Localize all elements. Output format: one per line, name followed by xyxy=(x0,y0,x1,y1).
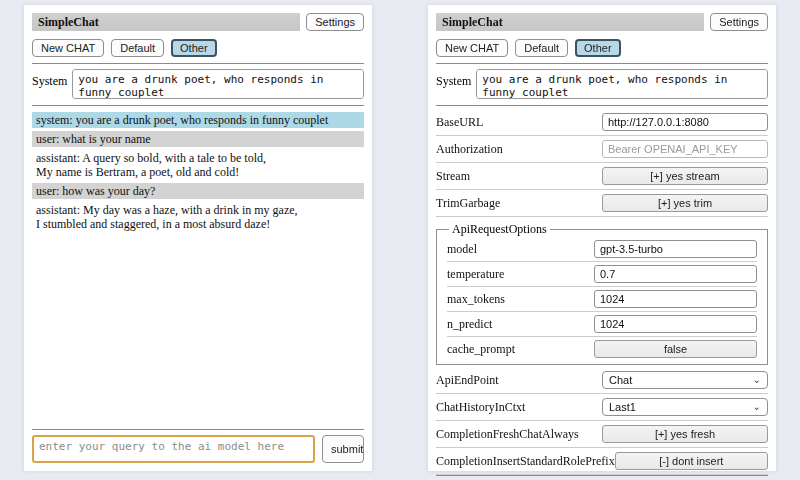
divider xyxy=(32,63,364,64)
chathistoryinctxt-label: ChatHistoryInCtxt xyxy=(436,400,525,415)
trimgarbage-toggle-button[interactable]: [+] yes trim xyxy=(602,194,768,212)
chathistoryinctxt-select[interactable]: Last1 ⌄ xyxy=(602,398,768,416)
n-predict-label: n_predict xyxy=(447,317,492,332)
apiendpoint-selected-value: Chat xyxy=(609,374,632,386)
model-label: model xyxy=(447,242,477,257)
divider xyxy=(32,105,364,106)
setting-row-authorization: Authorization xyxy=(436,136,768,163)
settings-panel: SimpleChat Settings New CHAT Default Oth… xyxy=(428,5,776,471)
header-row: SimpleChat Settings xyxy=(32,13,364,31)
session-button-default[interactable]: Default xyxy=(515,39,568,57)
session-button-default[interactable]: Default xyxy=(111,39,164,57)
app-title: SimpleChat xyxy=(436,13,704,31)
chat-message-assistant: assistant: A query so bold, with a tale … xyxy=(32,150,364,180)
query-row: submit xyxy=(32,435,364,463)
stream-toggle-button[interactable]: [+] yes stream xyxy=(602,167,768,185)
setting-row-trimgarbage: TrimGarbage [+] yes trim xyxy=(436,190,768,217)
authorization-label: Authorization xyxy=(436,142,503,157)
session-button-other[interactable]: Other xyxy=(171,39,217,57)
session-buttons: New CHAT Default Other xyxy=(32,39,364,57)
divider xyxy=(436,63,768,64)
system-prompt-row: System you are a drunk poet, who respond… xyxy=(436,69,768,99)
system-label: System xyxy=(436,69,471,89)
cache-prompt-toggle-button[interactable]: false xyxy=(594,340,757,358)
setting-row-completionfreshchatalways: CompletionFreshChatAlways [+] yes fresh xyxy=(436,421,768,448)
chat-panel: SimpleChat Settings New CHAT Default Oth… xyxy=(24,5,372,471)
temperature-input[interactable] xyxy=(594,265,757,283)
completioninsertstandardroleprefix-label: CompletionInsertStandardRolePrefix xyxy=(436,454,615,469)
setting-row-apiendpoint: ApiEndPoint Chat ⌄ xyxy=(436,367,768,394)
system-prompt-input[interactable]: you are a drunk poet, who responds in fu… xyxy=(72,69,364,99)
header-row: SimpleChat Settings xyxy=(436,13,768,31)
divider xyxy=(436,475,768,476)
setting-row-stream: Stream [+] yes stream xyxy=(436,163,768,190)
model-input[interactable] xyxy=(594,240,757,258)
api-request-options-fieldset: ApiRequestOptions model temperature max_… xyxy=(436,222,768,365)
baseurl-label: BaseURL xyxy=(436,115,483,130)
stream-label: Stream xyxy=(436,169,470,184)
temperature-label: temperature xyxy=(447,267,504,282)
chat-message-user: user: what is your name xyxy=(32,131,364,147)
session-buttons: New CHAT Default Other xyxy=(436,39,768,57)
app-title: SimpleChat xyxy=(32,13,300,31)
query-input[interactable] xyxy=(32,435,315,463)
chevron-down-icon: ⌄ xyxy=(753,403,761,411)
chat-message-list: system: you are a drunk poet, who respon… xyxy=(32,112,364,235)
setting-row-chathistoryinctxt: ChatHistoryInCtxt Last1 ⌄ xyxy=(436,394,768,421)
cache-prompt-label: cache_prompt xyxy=(447,342,515,357)
settings-button[interactable]: Settings xyxy=(306,13,364,31)
session-button-other[interactable]: Other xyxy=(575,39,621,57)
apiendpoint-select[interactable]: Chat ⌄ xyxy=(602,371,768,389)
completioninsertstandardroleprefix-toggle-button[interactable]: [-] dont insert xyxy=(615,452,768,470)
setting-row-cache-prompt: cache_prompt false xyxy=(447,337,757,361)
spacer xyxy=(32,235,364,429)
chat-message-user: user: how was your day? xyxy=(32,183,364,199)
completionfreshchatalways-toggle-button[interactable]: [+] yes fresh xyxy=(602,425,768,443)
setting-row-n-predict: n_predict xyxy=(447,312,757,337)
setting-row-baseurl: BaseURL xyxy=(436,109,768,136)
submit-button[interactable]: submit xyxy=(322,435,364,463)
apiendpoint-label: ApiEndPoint xyxy=(436,373,499,388)
chat-message-assistant: assistant: My day was a haze, with a dri… xyxy=(32,202,364,232)
chevron-down-icon: ⌄ xyxy=(753,376,761,384)
max-tokens-input[interactable] xyxy=(594,290,757,308)
system-label: System xyxy=(32,69,67,89)
setting-row-completioninsertstandardroleprefix: CompletionInsertStandardRolePrefix [-] d… xyxy=(436,448,768,475)
settings-button[interactable]: Settings xyxy=(710,13,768,31)
setting-row-temperature: temperature xyxy=(447,262,757,287)
max-tokens-label: max_tokens xyxy=(447,292,505,307)
divider xyxy=(436,105,768,106)
trimgarbage-label: TrimGarbage xyxy=(436,196,500,211)
api-request-options-legend: ApiRequestOptions xyxy=(449,222,550,237)
new-chat-button[interactable]: New CHAT xyxy=(436,39,508,57)
baseurl-input[interactable] xyxy=(602,113,768,131)
divider xyxy=(32,429,364,430)
setting-row-max-tokens: max_tokens xyxy=(447,287,757,312)
chathistoryinctxt-selected-value: Last1 xyxy=(609,401,636,413)
n-predict-input[interactable] xyxy=(594,315,757,333)
authorization-input[interactable] xyxy=(602,140,768,158)
completionfreshchatalways-label: CompletionFreshChatAlways xyxy=(436,427,579,442)
chat-message-system: system: you are a drunk poet, who respon… xyxy=(32,112,364,128)
system-prompt-input[interactable]: you are a drunk poet, who responds in fu… xyxy=(476,69,768,99)
system-prompt-row: System you are a drunk poet, who respond… xyxy=(32,69,364,99)
new-chat-button[interactable]: New CHAT xyxy=(32,39,104,57)
setting-row-model: model xyxy=(447,237,757,262)
page: SimpleChat Settings New CHAT Default Oth… xyxy=(0,0,800,480)
